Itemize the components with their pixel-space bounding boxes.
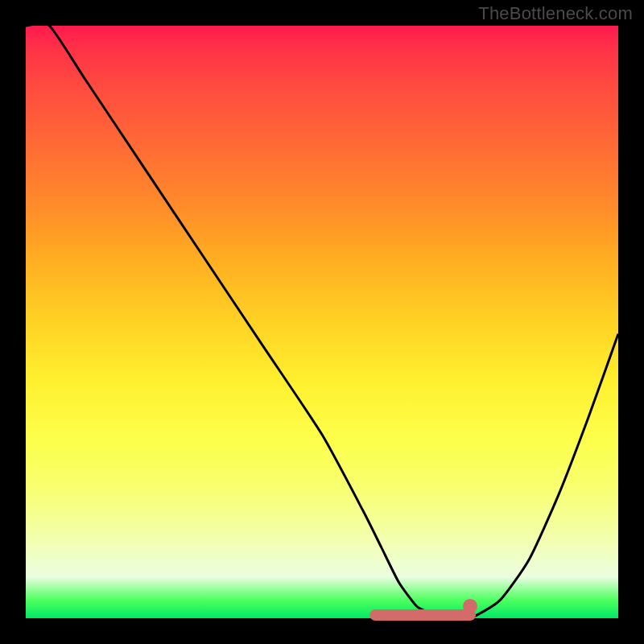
curve-layer bbox=[26, 26, 618, 618]
plot-area bbox=[26, 26, 618, 618]
chart-frame: TheBottleneck.com bbox=[0, 0, 644, 644]
attribution-label: TheBottleneck.com bbox=[478, 3, 633, 24]
bottleneck-curve bbox=[26, 23, 618, 619]
minimum-end-dot bbox=[463, 599, 477, 613]
